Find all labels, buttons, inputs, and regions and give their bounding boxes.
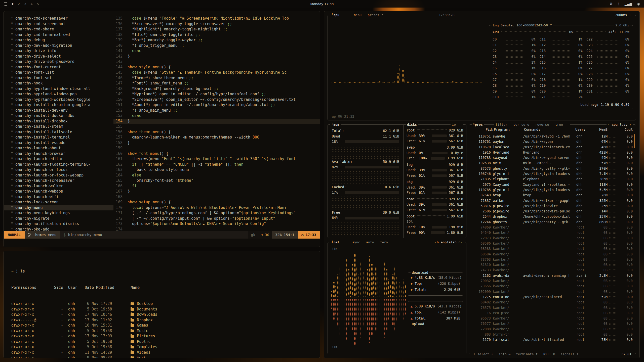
code-line[interactable]: 144show_style_menu() { (113, 65, 320, 70)
column-cpu[interactable]: Cpu% (620, 127, 633, 132)
process-row[interactable]: 87573ghostty/usr/bin/ghostty --gtk-dhh37… (471, 166, 634, 171)
code-line[interactable]: 135 case $(menu "Toggle" "▣ Screensaver\… (113, 16, 320, 21)
process-row[interactable]: 1170tailscal/usr/sbin/tailscaled --root7… (471, 337, 634, 342)
process-row[interactable]: 76575kworker/root0B0.0 (471, 305, 634, 310)
code-line[interactable]: 146 *Theme*) show_theme_menu ;; (113, 75, 320, 81)
code-line[interactable]: 150 *Screensaver*) open_in_editor ~/.con… (113, 97, 320, 103)
process-row[interactable]: 68402kworker/root0B0.0 (471, 300, 634, 305)
process-row[interactable]: 68586kworker/root0B0.0 (471, 241, 634, 246)
process-row[interactable]: 68583kworker/root0B0.0 (471, 246, 634, 251)
file-list-item[interactable]: * omarchy-launch-screensaver (4, 178, 113, 184)
code-line[interactable]: 164 else (113, 173, 320, 178)
window-neovim[interactable]: * omarchy-cmd-screensaver* omarchy-cmd-s… (4, 11, 320, 247)
interval-decrease-button[interactable]: - (611, 13, 613, 17)
code-line[interactable]: 157 omarchy-launch-walker -m menus:omarc… (113, 135, 320, 140)
process-row[interactable]: 803btrfs-trroot0B0.0 (471, 332, 634, 337)
network-arrows-icon[interactable]: ⇵ (610, 2, 613, 6)
file-list-item[interactable]: * omarchy-install-chromium-google-a (4, 102, 113, 108)
code-line[interactable]: 160show_font_menu() { (113, 151, 320, 157)
process-row[interactable]: 94540kworker/root0B0.0 (471, 230, 634, 235)
file-list-item[interactable]: * omarchy-menu-keybindings (4, 210, 113, 216)
file-list-item[interactable]: * omarchy-launch-or-focus (4, 167, 113, 173)
process-row[interactable]: 68584kworker/root0B0.0 (471, 252, 634, 257)
workspace-item[interactable]: 5 (37, 2, 39, 6)
process-row[interactable]: 74733kworker/root0B0.0 (471, 267, 634, 273)
process-row[interactable]: 102638nvimnvim --embed .dhh57M0.0 (471, 160, 634, 166)
file-list-item[interactable]: * omarchy-hyprland-window-close-all (4, 86, 113, 92)
ls-name[interactable]: Dropbox (131, 318, 312, 323)
process-row[interactable]: 73656kworker/root0B0.0 (471, 284, 634, 289)
process-row[interactable]: 76577kworker/root0B0.0 (471, 321, 634, 326)
process-row[interactable]: 63816pipewire/usr/bin/pipewiredhh25M0.0 (471, 203, 634, 209)
code-line[interactable]: 145 case $(menu "Style" "◐ Theme\n✎ Font… (113, 70, 320, 75)
workspace-item[interactable]: 3 (24, 2, 26, 6)
file-list-item[interactable]: * omarchy-font-current (4, 65, 113, 70)
column-command[interactable]: Command: (524, 127, 575, 132)
process-row[interactable]: 12244ghostty/usr/bin/ghostty --gtk-dhh86… (471, 219, 634, 225)
file-list-item[interactable]: * omarchy-hyprland-window-pop (4, 92, 113, 97)
file-list-item[interactable]: * omarchy-install-dev-env (4, 108, 113, 113)
code-line[interactable]: 168 (113, 194, 320, 200)
code-line[interactable]: 170 local options="♪ Audio\n≋ Wifi\nᛒ Bl… (113, 205, 320, 211)
panel-option-per-core[interactable]: per-core (513, 123, 529, 126)
process-row[interactable]: 95673kworker/root0B0.0 (471, 316, 634, 321)
file-list-item[interactable]: * omarchy-launch-floating-terminal- (4, 162, 113, 167)
file-list-item[interactable]: * omarchy-launch-webapp (4, 189, 113, 194)
ls-name[interactable]: Downloads (131, 312, 312, 318)
process-row[interactable]: 110783swayosd-/usr/bin/swayosd-serverdhh… (471, 155, 634, 160)
interval-increase-button[interactable]: + (629, 13, 631, 17)
ls-name[interactable]: Documents (131, 307, 312, 312)
ls-name[interactable]: Desktop (131, 301, 312, 307)
code-line[interactable]: 147 *Font*) show_font_menu ;; (113, 81, 320, 86)
process-row[interactable]: 71835elephantelephantdhh385M0.0 (471, 176, 634, 182)
panel-option-reverse[interactable]: reverse (535, 123, 549, 126)
panel-option-sync[interactable]: sync (352, 240, 360, 244)
file-list-item[interactable]: * omarchy-install-tailscale (4, 129, 113, 135)
code-line[interactable]: 169show_setup_menu() { (113, 200, 320, 205)
window-btop[interactable]: 1cpu menupreset * 17:33:28 - 2000ms + up… (324, 11, 640, 358)
file-list-item[interactable]: * omarchy-launch-editor (4, 156, 113, 162)
process-row[interactable]: 110785glycin-i/usr/lib/glycin-loadersdhh… (471, 187, 634, 193)
code-line[interactable]: 171 [ -f ~/.config/hypr/bindings.conf ] … (113, 210, 320, 216)
process-scrollbar[interactable] (634, 134, 635, 148)
ls-name[interactable]: Work (131, 355, 312, 358)
process-row[interactable]: 110751swaybg/usr/bin/swaybg -i /homdhh12… (471, 134, 634, 139)
process-row[interactable]: 1275containe/usr/bin/containerdroot52M0.… (471, 294, 634, 300)
file-list-item[interactable]: * omarchy-launch-walker (4, 184, 113, 189)
code-line[interactable]: 142} (113, 54, 320, 59)
file-list-item[interactable]: * omarchy-launch-or-focus-webapp (4, 173, 113, 178)
code-line[interactable]: 143 (113, 59, 320, 65)
code-line[interactable]: 141 esac (113, 48, 320, 54)
file-list-item[interactable]: * omarchy-migrate (4, 216, 113, 221)
resources-icon[interactable]: ▂▄▆ (625, 2, 632, 6)
window-terminal[interactable]: ~⟩ls Permissions Size User Date Modified… (4, 251, 320, 358)
sort-column-selector[interactable]: ‹ cpu lazy › (607, 122, 633, 127)
code-line[interactable]: 154} (113, 119, 320, 124)
code-line[interactable]: 166 fi (113, 184, 320, 189)
file-list-item[interactable]: * omarchy-notification-dismiss (4, 221, 113, 227)
code-line[interactable]: 155 (113, 124, 320, 129)
code-line[interactable]: 151 *About*) open_in_editor ~/.config/om… (113, 102, 320, 108)
file-list-item[interactable]: * omarchy-install-dropbox (4, 119, 113, 124)
file-list-item[interactable]: * omarchy-install-terminal (4, 135, 113, 140)
process-row[interactable]: 102099kworker/root0B0.0 (471, 289, 634, 294)
footer-key[interactable]: kill k (543, 351, 555, 357)
ls-name[interactable]: Pictures (131, 334, 312, 339)
process-panel-title[interactable]: 4proc (472, 122, 484, 127)
file-list-item[interactable]: * omarchy-cmd-screenshot (4, 21, 113, 27)
clock[interactable]: Monday 17:33 (310, 2, 334, 6)
code-line[interactable]: 165 omarchy-font-set "$theme" (113, 178, 320, 184)
footer-key[interactable]: signals s (560, 351, 578, 357)
file-list-item[interactable]: * omarchy-drive-set-password (4, 59, 113, 65)
column-memb[interactable]: MemB (592, 127, 608, 132)
process-row[interactable]: 87649btopbtopdhh26M0.0 (471, 193, 634, 198)
code-line[interactable]: 159 (113, 146, 320, 151)
process-row[interactable]: 110670localsea/usr/lib/localsearch-exdhh… (471, 145, 634, 150)
code-line[interactable]: 156show_theme_menu() { (113, 129, 320, 135)
power-icon[interactable]: ◉ (637, 2, 640, 6)
ls-name[interactable]: Public (131, 339, 312, 345)
ls-name[interactable]: Templates (131, 344, 312, 350)
workspace-item[interactable]: 2 (18, 2, 20, 6)
file-list-item[interactable]: * omarchy-font-list (4, 70, 113, 75)
process-row[interactable]: 2506pipewire/usr/bin/pipewire-pulsedhh14… (471, 209, 634, 214)
